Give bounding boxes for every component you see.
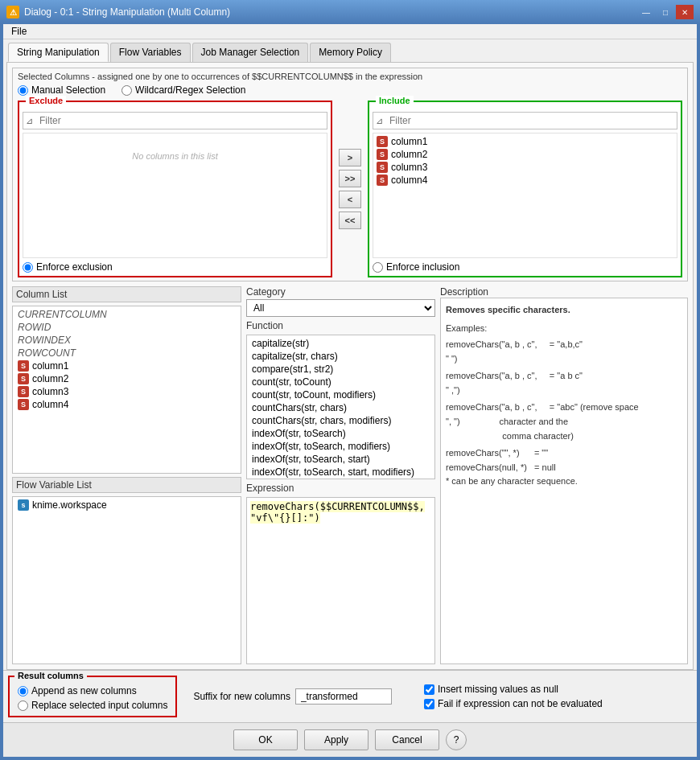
move-all-left-button[interactable]: << [339, 212, 361, 229]
column-list-item[interactable]: Scolumn4 [14, 398, 239, 411]
column-list-title: Column List [12, 286, 241, 302]
include-filter-input[interactable] [373, 112, 677, 129]
suffix-input[interactable] [295, 688, 392, 705]
category-section: Category All [246, 286, 435, 317]
include-filter-wrap: ⊿ [373, 112, 677, 129]
manual-selection-radio[interactable]: Manual Selection [18, 84, 105, 96]
function-list-item[interactable]: indexOfChars(str, chars) [249, 479, 433, 479]
function-list-item[interactable]: capitalize(str, chars) [249, 350, 433, 363]
exclude-filter-input[interactable] [23, 112, 327, 129]
flow-var-item[interactable]: s knime.workspace [14, 499, 239, 511]
left-panel: Column List CURRENTCOLUMNROWIDROWINDEXRO… [12, 286, 241, 664]
exclude-filter-wrap: ⊿ [23, 112, 327, 129]
col-badge: S [377, 149, 388, 160]
flow-var-badge: s [18, 499, 29, 511]
minimize-button[interactable]: — [637, 5, 655, 19]
main-content: Selected Columns - assigned one by one t… [6, 62, 694, 670]
maximize-button[interactable]: □ [657, 5, 674, 19]
window-controls: — □ ✕ [637, 5, 694, 19]
tab-bar: String Manipulation Flow Variables Job M… [3, 39, 697, 62]
col-badge: S [377, 136, 388, 147]
function-list-item[interactable]: countChars(str, chars) [249, 401, 433, 414]
exclude-list: No columns in this list [23, 133, 327, 258]
function-list-item[interactable]: compare(str1, str2) [249, 363, 433, 376]
desc-examples-title: Examples: [446, 322, 682, 335]
column-list-item[interactable]: Scolumn1 [14, 359, 239, 372]
function-list-item[interactable]: count(str, toCount) [249, 376, 433, 388]
exclude-box: Exclude ⊿ No columns in this list Enforc… [18, 101, 332, 277]
expression-text[interactable]: removeChars($$CURRENTCOLUMN$$, "vf\"{}[]… [250, 501, 425, 524]
close-button[interactable]: ✕ [676, 5, 694, 19]
desc-examples-content: removeChars("a, b , c", = "a,b,c" " ") r… [446, 338, 682, 489]
column-list-item[interactable]: ROWINDEX [14, 334, 239, 347]
append-radio[interactable]: Append as new columns [18, 685, 167, 696]
function-list-item[interactable]: indexOf(str, toSearch, start, modifiers) [249, 466, 433, 479]
include-filter-icon: ⊿ [376, 116, 383, 126]
exclude-enforce-row[interactable]: Enforce exclusion [23, 261, 327, 273]
wildcard-selection-radio[interactable]: Wildcard/Regex Selection [121, 84, 245, 96]
tab-flow-variables[interactable]: Flow Variables [110, 43, 191, 62]
column-list-item[interactable]: Scolumn2 [14, 372, 239, 385]
include-enforce-row[interactable]: Enforce inclusion [373, 261, 677, 273]
bottom-bar: Result columns Append as new columns Rep… [3, 670, 697, 722]
category-select[interactable]: All [246, 299, 435, 317]
fail-if-checkbox[interactable]: Fail if expression can not be evaluated [424, 698, 603, 709]
include-box: Include ⊿ Scolumn1Scolumn2Scolumn3Scolum… [368, 101, 682, 277]
function-label: Function [246, 320, 435, 331]
replace-radio[interactable]: Replace selected input columns [18, 700, 167, 711]
exclude-legend: Exclude [26, 96, 66, 105]
column-list: CURRENTCOLUMNROWIDROWINDEXROWCOUNTScolum… [12, 306, 241, 474]
tab-memory-policy[interactable]: Memory Policy [310, 43, 391, 62]
window-title: Dialog - 0:1 - String Manipulation (Mult… [24, 6, 230, 18]
tab-job-manager[interactable]: Job Manager Selection [192, 43, 309, 62]
move-all-right-button[interactable]: >> [339, 170, 361, 187]
col-badge: S [18, 399, 29, 410]
title-bar: ⚠ Dialog - 0:1 - String Manipulation (Mu… [0, 0, 700, 24]
cancel-button[interactable]: Cancel [375, 729, 439, 750]
col-badge: S [377, 175, 388, 186]
function-list-item[interactable]: indexOf(str, toSearch, modifiers) [249, 440, 433, 453]
function-list-item[interactable]: indexOf(str, toSearch) [249, 427, 433, 440]
help-button[interactable]: ? [446, 729, 467, 750]
move-left-button[interactable]: < [339, 191, 361, 208]
column-list-item[interactable]: Scolumn3 [14, 385, 239, 398]
right-panel: Description Removes specific characters.… [440, 286, 688, 664]
menu-bar: File [3, 24, 697, 39]
arrow-buttons: > >> < << [332, 101, 368, 277]
include-list-item[interactable]: Scolumn3 [375, 161, 675, 174]
include-list-item[interactable]: Scolumn1 [375, 135, 675, 148]
column-list-item[interactable]: ROWCOUNT [14, 347, 239, 359]
expression-label: Expression [246, 483, 435, 494]
description-label: Description [440, 286, 688, 298]
function-list-item[interactable]: capitalize(str) [249, 337, 433, 350]
ok-button[interactable]: OK [233, 729, 298, 750]
result-columns-group: Result columns Append as new columns Rep… [8, 676, 177, 717]
file-menu[interactable]: File [8, 24, 30, 39]
columns-area: Exclude ⊿ No columns in this list Enforc… [18, 101, 682, 277]
include-list-item[interactable]: Scolumn2 [375, 148, 675, 161]
include-list[interactable]: Scolumn1Scolumn2Scolumn3Scolumn4 [373, 133, 677, 258]
move-right-button[interactable]: > [339, 149, 361, 166]
col-badge: S [18, 386, 29, 397]
expression-box[interactable]: removeChars($$CURRENTCOLUMN$$, "vf\"{}[]… [246, 497, 435, 664]
description-box: Removes specific characters. Examples: r… [440, 298, 688, 664]
function-list-item[interactable]: count(str, toCount, modifiers) [249, 388, 433, 401]
app-icon: ⚠ [6, 6, 19, 18]
include-list-item[interactable]: Scolumn4 [375, 174, 675, 187]
flow-var-title: Flow Variable List [12, 477, 241, 493]
tab-string-manipulation[interactable]: String Manipulation [8, 43, 109, 62]
flow-var-label: knime.workspace [32, 499, 107, 511]
dialog-buttons: OK Apply Cancel ? [3, 722, 697, 757]
selection-area: Selected Columns - assigned one by one t… [12, 68, 688, 281]
desc-text: Removes specific characters. [446, 303, 682, 317]
function-list-item[interactable]: indexOf(str, toSearch, start) [249, 453, 433, 466]
function-list-item[interactable]: countChars(str, chars, modifiers) [249, 414, 433, 427]
column-list-item[interactable]: ROWID [14, 321, 239, 334]
bottom-section: Column List CURRENTCOLUMNROWIDROWINDEXRO… [12, 286, 688, 664]
category-label: Category [246, 286, 435, 298]
column-list-item[interactable]: CURRENTCOLUMN [14, 308, 239, 321]
apply-button[interactable]: Apply [304, 729, 369, 750]
insert-missing-checkbox[interactable]: Insert missing values as null [424, 684, 603, 695]
col-badge: S [18, 360, 29, 372]
suffix-label: Suffix for new columns [193, 691, 290, 702]
